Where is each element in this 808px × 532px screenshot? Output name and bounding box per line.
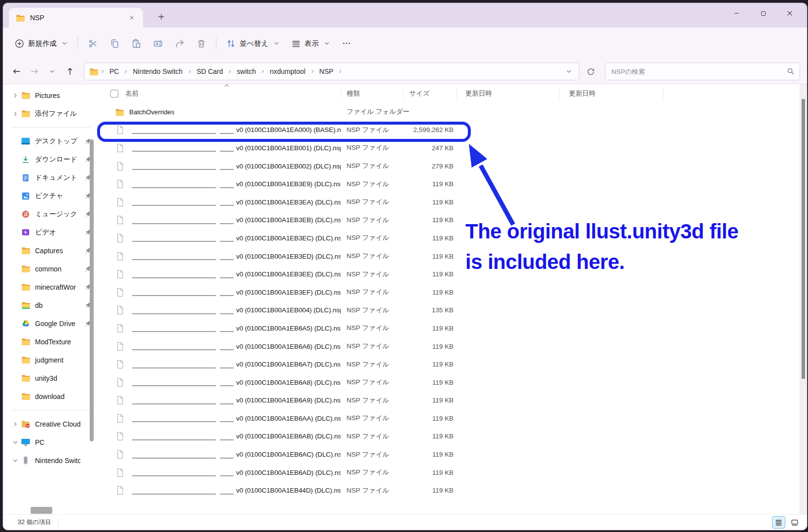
chevron-right-icon[interactable] bbox=[10, 93, 21, 99]
view-button[interactable]: 表示 bbox=[285, 33, 336, 53]
back-button[interactable] bbox=[8, 63, 26, 80]
sidebar-item-ビデオ[interactable]: ビデオ bbox=[5, 223, 95, 241]
sidebar-item-pictures[interactable]: Pictures bbox=[5, 86, 95, 104]
column-header-size[interactable]: サイズ bbox=[403, 89, 457, 98]
file-row[interactable]: v0 (0100C1B00A1EB002) (DLC).nspNSP ファイル2… bbox=[97, 157, 807, 175]
file-row[interactable]: v0 (0100C1B00A1EB004) (DLC).nspNSP ファイル1… bbox=[97, 301, 807, 320]
chevron-right-icon[interactable] bbox=[10, 111, 21, 117]
sidebar-item-google-drive[interactable]: Google Drive bbox=[5, 314, 95, 332]
breadcrumb-item[interactable]: nxdumptool bbox=[267, 66, 308, 77]
sidebar-item-minecraftwor[interactable]: minecraftWor bbox=[5, 278, 95, 296]
refresh-button[interactable] bbox=[581, 63, 600, 80]
up-button[interactable] bbox=[61, 63, 79, 80]
address-dropdown-icon[interactable] bbox=[562, 68, 576, 74]
sidebar-horizontal-scrollbar-thumb[interactable] bbox=[31, 507, 52, 514]
share-button[interactable] bbox=[169, 33, 190, 53]
file-row[interactable]: v0 (0100C1B00A1EB6A6) (DLC).nspNSP ファイル1… bbox=[97, 337, 807, 356]
breadcrumb-item[interactable]: switch bbox=[234, 66, 259, 77]
scrollbar-thumb[interactable] bbox=[802, 99, 805, 379]
breadcrumb-item[interactable]: NSP bbox=[316, 66, 337, 77]
sort-button-label: 並べ替え bbox=[240, 39, 269, 48]
sidebar-item-添付ファイル[interactable]: 添付ファイル bbox=[5, 104, 95, 123]
delete-button[interactable] bbox=[190, 33, 212, 53]
copy-button[interactable] bbox=[104, 33, 125, 53]
sidebar-item-ダウンロード[interactable]: ダウンロード bbox=[5, 150, 95, 168]
sidebar-item-label: ModTexture bbox=[35, 338, 80, 346]
paste-button[interactable] bbox=[125, 33, 147, 53]
sidebar-item-db[interactable]: db bbox=[5, 296, 95, 314]
redacted-name-bar bbox=[220, 151, 234, 152]
chevron-down-icon bbox=[62, 40, 68, 46]
explorer-body: Pictures添付ファイルデスクトップダウンロードドキュメントピクチャミュージ… bbox=[3, 84, 807, 514]
sidebar-item-ドキュメント[interactable]: ドキュメント bbox=[5, 168, 95, 187]
column-header-date-modified-2[interactable]: 更新日時 bbox=[559, 89, 664, 98]
forward-button[interactable] bbox=[26, 63, 43, 80]
file-icon bbox=[115, 252, 124, 261]
sidebar-item-modtexture[interactable]: ModTexture bbox=[5, 332, 95, 351]
folder-green-icon bbox=[21, 301, 31, 309]
sidebar-item-ミュージック[interactable]: ミュージック bbox=[5, 205, 95, 223]
address-bar[interactable]: PCNintendo SwitchSD Cardswitchnxdumptool… bbox=[84, 63, 579, 80]
breadcrumb-item[interactable]: Nintendo Switch bbox=[130, 66, 185, 77]
file-row[interactable]: v0 (0100C1B00A1EB6AD) (DLC).nspNSP ファイル1… bbox=[97, 464, 807, 482]
file-row[interactable]: v0 (0100C1B00A1EB3E9) (DLC).nspNSP ファイル1… bbox=[97, 175, 807, 193]
search-box[interactable] bbox=[605, 63, 800, 80]
file-rows: BatchOverridesファイル フォルダーv0 (0100C1B00A1E… bbox=[97, 103, 807, 499]
minimize-button[interactable] bbox=[723, 3, 750, 24]
file-row[interactable]: v0 (0100C1B00A1EB6AA) (DLC).nspNSP ファイル1… bbox=[97, 409, 807, 428]
sidebar-item-common[interactable]: common bbox=[5, 260, 95, 278]
explorer-tab[interactable]: NSP bbox=[9, 8, 143, 28]
thumbnail-view-toggle[interactable] bbox=[788, 516, 801, 529]
file-name: v0 (0100C1B00A1EB3ED) (DLC).nsp bbox=[236, 253, 341, 260]
file-name: v0 (0100C1B00A1EB6AA) (DLC).nsp bbox=[236, 415, 341, 422]
select-all-checkbox[interactable] bbox=[110, 90, 118, 98]
redacted-name-bar bbox=[220, 295, 234, 296]
sidebar-item-ピクチャ[interactable]: ピクチャ bbox=[5, 187, 95, 205]
details-view-toggle[interactable] bbox=[772, 516, 785, 529]
file-row[interactable]: v0 (0100C1B00A1EB3EF) (DLC).nspNSP ファイル1… bbox=[97, 283, 807, 301]
breadcrumb-item[interactable]: PC bbox=[106, 66, 122, 77]
recent-locations-button[interactable] bbox=[43, 63, 61, 80]
file-row[interactable]: v0 (0100C1B00A1EB001) (DLC).nspNSP ファイル2… bbox=[97, 139, 807, 157]
sidebar-item-download[interactable]: download bbox=[5, 387, 95, 405]
file-row[interactable]: v0 (0100C1B00A1EB6AC) (DLC).nspNSP ファイル1… bbox=[97, 445, 807, 464]
file-row[interactable]: v0 (0100C1B00A1EB6A7) (DLC).nspNSP ファイル1… bbox=[97, 355, 807, 373]
tab-close-icon[interactable] bbox=[125, 11, 138, 24]
file-row[interactable]: v0 (0100C1B00A1EB6A9) (DLC).nspNSP ファイル1… bbox=[97, 392, 807, 410]
column-header-name[interactable]: 名前 bbox=[97, 89, 341, 98]
chevron-down-icon[interactable] bbox=[10, 439, 21, 445]
sidebar-item-nintendo-switc[interactable]: Nintendo Switc bbox=[5, 451, 95, 469]
maximize-button[interactable] bbox=[750, 3, 776, 24]
breadcrumb-item[interactable]: SD Card bbox=[194, 66, 226, 77]
file-row[interactable]: v0 (0100C1B00A1EB44D) (DLC).nspNSP ファイル1… bbox=[97, 481, 807, 499]
chevron-right-icon[interactable] bbox=[10, 421, 21, 427]
rename-button[interactable] bbox=[147, 33, 169, 53]
chevron-down-icon[interactable] bbox=[10, 458, 21, 464]
sidebar-item-judgment[interactable]: judgment bbox=[5, 351, 95, 369]
file-row[interactable]: v0 (0100C1B00A1EB6A8) (DLC).nspNSP ファイル1… bbox=[97, 373, 807, 392]
sidebar-item-unity3d[interactable]: unity3d bbox=[5, 369, 95, 387]
search-input[interactable] bbox=[611, 68, 787, 75]
new-button[interactable]: 新規作成 bbox=[9, 33, 73, 53]
column-header-date-modified[interactable]: 更新日時 bbox=[457, 89, 559, 98]
file-row[interactable]: v0 (0100C1B00A1EB3EA) (DLC).nspNSP ファイル1… bbox=[97, 193, 807, 211]
sidebar-item-デスクトップ[interactable]: デスクトップ bbox=[5, 132, 95, 150]
sidebar-item-pc[interactable]: PC bbox=[5, 433, 95, 451]
file-row[interactable]: v0 (0100C1B00A1EB6A5) (DLC).nspNSP ファイル1… bbox=[97, 319, 807, 337]
close-button[interactable] bbox=[776, 3, 803, 24]
more-button[interactable] bbox=[336, 33, 357, 53]
column-header-type[interactable]: 種類 bbox=[341, 89, 403, 98]
sidebar-item-captures[interactable]: Captures bbox=[5, 241, 95, 260]
file-name: v0 (0100C1B00A1EB44D) (DLC).nsp bbox=[236, 487, 341, 494]
sort-button[interactable]: 並べ替え bbox=[220, 33, 285, 53]
cut-button[interactable] bbox=[82, 33, 104, 53]
file-row[interactable]: v0 (0100C1B00A1EB6AB) (DLC).nspNSP ファイル1… bbox=[97, 428, 807, 446]
file-row[interactable]: v0 (0100C1B00A1EA000) (BASE).nspNSP ファイル… bbox=[97, 121, 807, 139]
scissors-icon bbox=[88, 39, 98, 48]
vertical-scrollbar[interactable] bbox=[800, 84, 807, 514]
new-tab-button[interactable] bbox=[154, 9, 169, 24]
file-icon bbox=[115, 288, 124, 297]
sidebar-scrollbar-thumb[interactable] bbox=[90, 139, 94, 441]
sidebar-item-creative-cloud-f[interactable]: Creative Cloud F bbox=[5, 415, 95, 433]
file-row[interactable]: BatchOverridesファイル フォルダー bbox=[97, 103, 807, 121]
